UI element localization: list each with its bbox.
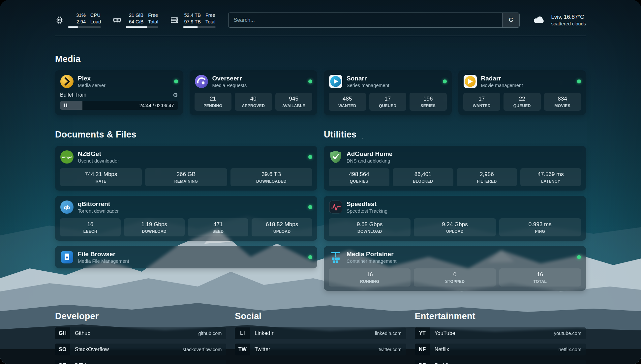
adguard-name: AdGuard Home bbox=[347, 150, 392, 158]
documents-section: Documents & Files nzbget bbox=[55, 130, 317, 268]
nzbget-card[interactable]: nzbget NZBGet Usenet downloader 74 bbox=[55, 146, 317, 191]
cloud-icon bbox=[532, 14, 547, 26]
sonarr-card[interactable]: Sonarr Series management 485WANTED 17QUE… bbox=[324, 70, 452, 115]
stat-tile: 17QUEUED bbox=[369, 93, 407, 111]
search-provider-button[interactable]: G bbox=[502, 13, 519, 27]
status-dot bbox=[577, 255, 581, 259]
plex-card[interactable]: Plex Media server Bullet Train ⚙ 24:44 /… bbox=[55, 70, 183, 115]
stat-tile: 9.65 GbpsDOWNLOAD bbox=[329, 218, 411, 236]
stat-tile: 618.52 MbpsUPLOAD bbox=[252, 218, 312, 236]
pause-button[interactable] bbox=[60, 104, 71, 107]
stat-tile: 22QUEUED bbox=[504, 93, 541, 111]
ram-total-label: Total bbox=[148, 19, 158, 24]
stat-tile: 40APPROVED bbox=[235, 93, 272, 111]
bookmark-dev[interactable]: DT DEV dev.to bbox=[55, 360, 226, 364]
cpu-progress-fill bbox=[68, 26, 78, 28]
status-dot bbox=[577, 79, 581, 83]
cpu-stat: 31% 2.94 CPU Load bbox=[55, 13, 101, 27]
adguard-card[interactable]: AdGuard Home DNS and adblocking 498,564Q… bbox=[324, 146, 586, 191]
nzbget-icon-text: nzbget bbox=[62, 156, 72, 159]
disk-stat: 52.4 TB 97.9 TB Free Total bbox=[170, 13, 216, 27]
entertainment-group-title: Entertainment bbox=[415, 311, 586, 321]
developer-group-title: Developer bbox=[55, 311, 226, 321]
filebrowser-card[interactable]: File Browser Media File Management bbox=[55, 246, 317, 268]
cpu-label: CPU bbox=[90, 13, 101, 18]
twitter-abbr-icon: TW bbox=[235, 344, 250, 355]
cpu-icon bbox=[55, 16, 64, 24]
overseerr-desc: Media Requests bbox=[212, 83, 247, 88]
disk-total-value: 97.9 TB bbox=[184, 19, 201, 24]
stat-tile: 0.993 msPING bbox=[499, 218, 581, 236]
speedtest-card[interactable]: Speedtest Speedtest Tracking 9.65 GbpsDO… bbox=[324, 196, 586, 241]
stat-tile: 266 GBREMAINING bbox=[145, 168, 227, 186]
stat-tile: 16LEECH bbox=[60, 218, 121, 236]
qbittorrent-icon: qb bbox=[60, 200, 74, 214]
portainer-card[interactable]: Media Portainer Container management 16R… bbox=[324, 246, 586, 291]
adguard-icon bbox=[329, 150, 343, 164]
status-dot bbox=[174, 79, 178, 83]
stat-tile: 1.19 GbpsDOWNLOAD bbox=[124, 218, 185, 236]
bookmark-youtube[interactable]: YT YouTube youtube.com bbox=[415, 327, 586, 339]
sonarr-name: Sonarr bbox=[347, 75, 389, 82]
documents-section-title: Documents & Files bbox=[55, 130, 317, 140]
github-abbr-icon: GH bbox=[55, 327, 70, 339]
radarr-name: Radarr bbox=[481, 75, 523, 82]
bookmark-stackoverflow[interactable]: SO StackOverflow stackoverflow.com bbox=[55, 344, 226, 355]
ram-total-value: 64 GiB bbox=[129, 19, 143, 24]
ram-icon bbox=[113, 16, 121, 24]
qbittorrent-name: qBittorrent bbox=[78, 200, 119, 208]
qbittorrent-desc: Torrent downloader bbox=[78, 208, 119, 214]
playback-progress-bar[interactable]: 24:44 / 02:06:47 bbox=[60, 101, 178, 110]
stat-tile: 21PENDING bbox=[195, 93, 232, 111]
settings-gear-icon[interactable]: ⚙ bbox=[173, 92, 178, 98]
utilities-section: Utilities bbox=[324, 130, 586, 291]
ram-progress-fill bbox=[126, 26, 147, 28]
portainer-name: Media Portainer bbox=[347, 251, 397, 258]
weather-widget[interactable]: Lviv, 16.87°C scattered clouds bbox=[532, 14, 586, 26]
search-input[interactable] bbox=[229, 13, 503, 27]
ram-free-label: Free bbox=[148, 13, 158, 18]
bookmark-reddit[interactable]: RE Reddit reddit.com bbox=[415, 360, 586, 364]
stat-tile: 39.6 TBDOWNLOADED bbox=[230, 168, 312, 186]
developer-group: Developer GH Github github.com SO StackO… bbox=[55, 311, 226, 364]
playback-time: 24:44 / 02:06:47 bbox=[139, 103, 178, 108]
radarr-card[interactable]: Radarr Movie management 17WANTED 22QUEUE… bbox=[458, 70, 586, 115]
bookmark-linkedin[interactable]: LI LinkedIn linkedin.com bbox=[235, 327, 406, 339]
qbittorrent-icon-text: qb bbox=[64, 204, 70, 210]
disk-free-value: 52.4 TB bbox=[184, 13, 201, 18]
stat-tile: 471SEED bbox=[188, 218, 249, 236]
bookmark-twitter[interactable]: TW Twitter twitter.com bbox=[235, 344, 406, 355]
nzbget-icon: nzbget bbox=[60, 150, 74, 164]
overseerr-card[interactable]: Overseerr Media Requests 21PENDING 40APP… bbox=[190, 70, 318, 115]
reddit-abbr-icon: RE bbox=[415, 360, 430, 364]
disk-free-label: Free bbox=[205, 13, 216, 18]
bookmark-netflix[interactable]: NF Netflix netflix.com bbox=[415, 344, 586, 355]
filebrowser-icon bbox=[60, 250, 74, 264]
media-section-title: Media bbox=[55, 54, 586, 64]
nzbget-name: NZBGet bbox=[78, 150, 119, 158]
status-dot bbox=[308, 79, 312, 83]
stat-tile: 16RUNNING bbox=[329, 268, 411, 287]
netflix-abbr-icon: NF bbox=[415, 344, 430, 355]
plex-name: Plex bbox=[78, 75, 106, 82]
social-group: Social LI LinkedIn linkedin.com TW Twitt… bbox=[235, 311, 406, 364]
stat-tile: 744.21 MbpsRATE bbox=[60, 168, 142, 186]
stat-tile: 196SERIES bbox=[410, 93, 447, 111]
filebrowser-name: File Browser bbox=[78, 251, 129, 258]
bookmark-github[interactable]: GH Github github.com bbox=[55, 327, 226, 339]
stat-tile: 498,564QUERIES bbox=[329, 168, 389, 186]
stat-tile: 2,956FILTERED bbox=[457, 168, 517, 186]
weather-condition: scattered clouds bbox=[551, 21, 586, 26]
stat-tile: 485WANTED bbox=[329, 93, 366, 111]
weather-location: Lviv, 16.87°C bbox=[551, 14, 586, 20]
portainer-icon bbox=[329, 250, 343, 264]
disk-progress-bar bbox=[183, 26, 216, 28]
now-playing-title: Bullet Train bbox=[60, 92, 86, 98]
speedtest-name: Speedtest bbox=[347, 200, 387, 208]
status-dot bbox=[308, 205, 312, 209]
qbittorrent-card[interactable]: qb qBittorrent Torrent downloader bbox=[55, 196, 317, 241]
filebrowser-desc: Media File Management bbox=[78, 258, 129, 264]
sonarr-desc: Series management bbox=[347, 83, 389, 88]
media-section: Media bbox=[55, 54, 586, 115]
dashboard-page: 31% 2.94 CPU Load bbox=[0, 0, 641, 364]
